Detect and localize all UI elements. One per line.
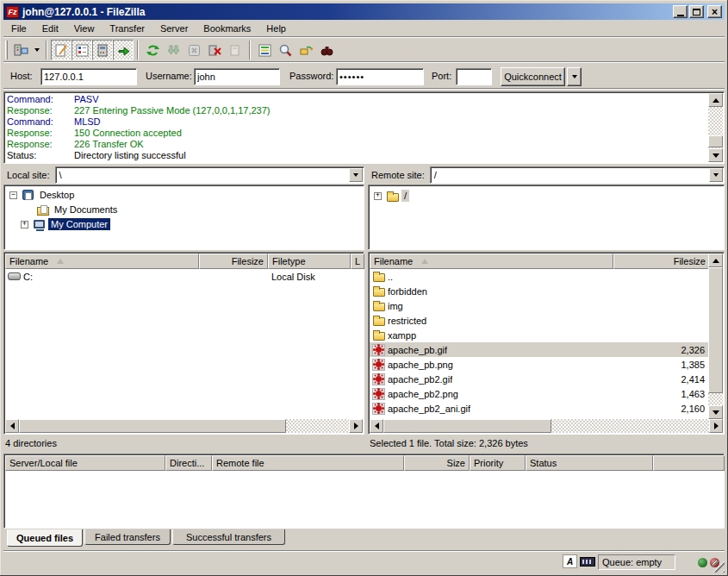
image-file-icon <box>371 387 386 400</box>
quickconnect-dropdown-button[interactable] <box>567 67 582 86</box>
quickconnect-button[interactable]: Quickconnect <box>501 67 565 86</box>
remote-row[interactable]: restricted <box>370 313 710 328</box>
remote-row[interactable]: xampp <box>370 328 710 342</box>
column-header-filename[interactable]: Filename <box>5 254 199 269</box>
tree-item-my-documents[interactable]: My Documents <box>35 203 120 216</box>
column-header-filetype[interactable]: Filetype <box>268 254 351 269</box>
remote-horizontal-scrollbar[interactable] <box>370 419 723 433</box>
toolbar-separator <box>249 41 251 59</box>
tree-item-root[interactable]: / <box>374 189 409 203</box>
column-header-filename[interactable]: Filename <box>370 254 613 269</box>
cancel-button[interactable] <box>184 40 204 60</box>
tab-failed-transfers[interactable]: Failed transfers <box>84 529 171 545</box>
column-header-priority[interactable]: Priority <box>470 455 526 471</box>
toggle-remote-pane-button[interactable] <box>92 40 113 60</box>
remote-row[interactable]: apache_pb2.png1,463 <box>370 386 710 401</box>
minimize-button[interactable] <box>673 5 688 18</box>
scroll-right-button[interactable] <box>709 419 723 433</box>
local-list-body: C: Local Disk <box>5 269 364 421</box>
process-queue-button[interactable] <box>163 40 184 60</box>
directory-comparison-button[interactable] <box>254 40 275 60</box>
local-row-c-drive[interactable]: C: Local Disk <box>5 269 364 284</box>
remote-row[interactable]: .. <box>370 269 710 284</box>
titlebar[interactable]: Fz john@127.0.0.1 - FileZilla × <box>3 3 725 20</box>
username-input[interactable] <box>194 68 280 85</box>
refresh-button[interactable] <box>142 40 163 60</box>
menu-bookmarks[interactable]: Bookmarks <box>196 22 258 35</box>
scroll-thumb[interactable] <box>19 419 286 433</box>
transfer-queue: Server/Local file Directi... Remote file… <box>3 454 725 529</box>
scroll-thumb[interactable] <box>708 135 723 147</box>
scroll-up-button[interactable] <box>708 254 723 267</box>
toggle-local-pane-button[interactable] <box>72 40 92 60</box>
synchronized-browsing-button[interactable] <box>296 40 316 60</box>
image-file-icon <box>371 358 386 371</box>
port-input[interactable] <box>456 68 492 85</box>
column-header-server-local-file[interactable]: Server/Local file <box>5 455 165 471</box>
reconnect-button[interactable] <box>225 40 246 60</box>
site-manager-button[interactable] <box>10 40 31 60</box>
tree-item-my-computer[interactable]: My Computer <box>21 217 110 231</box>
tree-item-desktop[interactable]: Desktop <box>9 188 77 202</box>
menu-help[interactable]: Help <box>258 22 294 35</box>
remote-row[interactable]: apache_pb2.gif2,414 <box>370 372 710 386</box>
column-header-size[interactable]: Size <box>404 455 470 471</box>
remote-row[interactable]: apache_pb2_ani.gif2,160 <box>370 401 710 416</box>
divider <box>3 550 725 552</box>
remote-site-combo[interactable]: / <box>430 166 725 184</box>
local-site-combo[interactable]: \ <box>55 166 364 184</box>
maximize-button[interactable] <box>689 5 704 18</box>
quickconnect-bar: Host: Username: Password: Port: Quickcon… <box>3 64 725 88</box>
remote-site-dropdown-button[interactable] <box>709 168 723 182</box>
column-header-direction[interactable]: Directi... <box>165 455 212 471</box>
remote-row[interactable]: apache_pb.png1,385 <box>370 357 710 372</box>
scroll-up-button[interactable] <box>708 93 723 107</box>
column-header-filesize[interactable]: Filesize <box>613 254 710 269</box>
toggle-transfer-queue-button[interactable] <box>113 40 134 60</box>
toolbar-grip[interactable] <box>5 41 8 59</box>
close-button[interactable]: × <box>707 5 722 18</box>
column-header-remote-file[interactable]: Remote file <box>212 455 404 471</box>
tab-successful-transfers[interactable]: Successful transfers <box>172 529 285 545</box>
column-header-filesize[interactable]: Filesize <box>199 254 268 269</box>
host-input[interactable] <box>40 68 137 85</box>
minimize-icon <box>677 15 684 16</box>
scroll-thumb[interactable] <box>708 267 723 393</box>
expand-icon[interactable] <box>21 221 28 229</box>
collapse-icon[interactable] <box>9 191 17 199</box>
remote-vertical-scrollbar[interactable] <box>708 254 723 419</box>
log-scrollbar[interactable] <box>708 93 723 162</box>
tab-queued-files[interactable]: Queued files <box>7 529 83 547</box>
remote-row-selected[interactable]: apache_pb.gif2,326 <box>370 342 710 357</box>
menu-server[interactable]: Server <box>152 22 196 35</box>
column-header-status[interactable]: Status <box>526 455 653 471</box>
site-manager-dropdown-button[interactable] <box>31 40 42 60</box>
toggle-message-log-button[interactable] <box>51 40 72 60</box>
scroll-thumb[interactable] <box>383 419 551 433</box>
remote-row[interactable]: forbidden <box>370 284 710 298</box>
menu-edit[interactable]: Edit <box>34 22 66 35</box>
scroll-down-button[interactable] <box>708 148 723 162</box>
arrow-down-icon <box>712 153 719 158</box>
menubar: File Edit View Transfer Server Bookmarks… <box>3 20 725 36</box>
filter-button[interactable] <box>316 40 337 60</box>
remote-site-value: / <box>434 170 437 180</box>
scroll-left-button[interactable] <box>5 419 19 433</box>
scroll-right-button[interactable] <box>349 419 363 433</box>
local-site-dropdown-button[interactable] <box>349 168 363 182</box>
expand-icon[interactable] <box>374 192 382 200</box>
disconnect-button[interactable] <box>204 40 225 60</box>
menu-file[interactable]: File <box>3 22 34 35</box>
scroll-left-button[interactable] <box>370 419 383 433</box>
resize-grip[interactable] <box>712 560 725 573</box>
scroll-down-button[interactable] <box>708 405 723 419</box>
local-horizontal-scrollbar[interactable] <box>5 419 363 433</box>
menu-view[interactable]: View <box>66 22 103 35</box>
local-pane-icon <box>75 43 90 58</box>
password-input[interactable] <box>336 68 424 85</box>
column-header-last-modified[interactable]: L <box>351 254 364 269</box>
remote-row[interactable]: img <box>370 298 710 313</box>
find-files-button[interactable] <box>275 40 296 60</box>
menu-transfer[interactable]: Transfer <box>102 22 152 35</box>
arrow-up-icon <box>712 98 719 103</box>
